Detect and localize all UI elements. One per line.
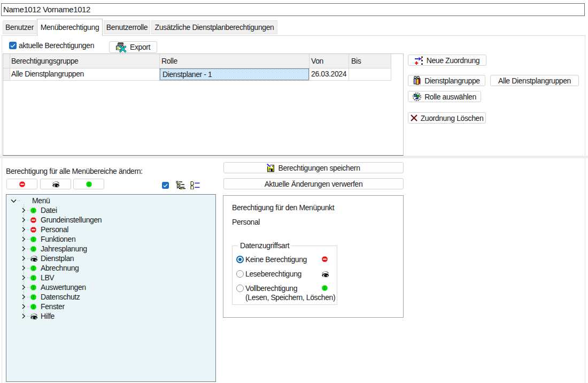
chevron-right-icon[interactable] xyxy=(21,236,26,242)
tab-benutzerrolle[interactable]: Benutzerrolle xyxy=(104,20,150,34)
column-header-rolle[interactable]: Rolle xyxy=(161,54,177,68)
tree-item-datenschutz[interactable]: Datenschutz xyxy=(6,292,215,302)
menu-permission-tree[interactable]: Menü Datei Grundeinstellungen Personal F… xyxy=(6,194,216,382)
radio-label-keine-berechtigung: Keine Berechtigung xyxy=(245,256,307,263)
row-header-cell[interactable] xyxy=(3,68,10,80)
tab-zusaetzliche-dienstplanberechtigungen[interactable]: Zusätzliche Dienstplanberechtigungen xyxy=(151,20,277,34)
export-button-label: Export xyxy=(130,43,150,51)
gridline-horizontal xyxy=(3,80,391,81)
save-icon xyxy=(267,164,275,172)
tree-item-grundeinstellungen[interactable]: Grundeinstellungen xyxy=(6,215,215,225)
chevron-right-icon[interactable] xyxy=(21,275,26,280)
radio-keine-berechtigung[interactable] xyxy=(236,256,244,263)
dienstplangruppe-button[interactable]: Dienstplangruppe xyxy=(408,75,485,86)
gridline-vertical xyxy=(10,54,10,80)
role-select-icon xyxy=(413,93,421,101)
radio-leseberechtigung[interactable] xyxy=(236,270,244,278)
zuordnung-loeschen-label: Zuordnung Löschen xyxy=(421,114,484,122)
tree-view-icon[interactable] xyxy=(176,181,186,189)
set-all-no-permission-button[interactable] xyxy=(6,179,37,189)
permission-icon xyxy=(30,256,37,262)
tree-item-fenster[interactable]: Fenster xyxy=(6,302,215,311)
radio-label-vollberechtigung: Vollberechtigung xyxy=(245,285,297,292)
column-header-bis[interactable]: Bis xyxy=(351,54,361,68)
list-view-icon[interactable] xyxy=(190,181,200,189)
tree-item-jahresplanung[interactable]: Jahresplanung xyxy=(6,244,215,254)
column-header-berechtigungsgruppe[interactable]: Berechtigungsgruppe xyxy=(11,54,79,68)
tree-item-label: Hilfe xyxy=(41,311,55,321)
gridline-vertical xyxy=(391,54,391,80)
groupbox-legend: Datenzugriffsart xyxy=(238,241,291,250)
tree-root-menu[interactable]: Menü xyxy=(6,196,215,205)
chevron-down-icon[interactable] xyxy=(11,198,17,204)
tree-item-dienstplan[interactable]: Dienstplan xyxy=(6,254,215,263)
radio-vollberechtigung[interactable] xyxy=(236,285,244,292)
tree-item-lbv[interactable]: LBV xyxy=(6,273,215,282)
zuordnung-loeschen-button[interactable]: Zuordnung Löschen xyxy=(408,112,486,124)
chevron-right-icon[interactable] xyxy=(21,217,26,223)
permission-icon xyxy=(30,313,37,319)
set-all-full-permission-button[interactable] xyxy=(73,179,104,189)
read-permission-icon xyxy=(322,271,329,277)
tree-item-label: Datei xyxy=(41,205,57,215)
chevron-right-icon[interactable] xyxy=(21,313,26,319)
chevron-right-icon[interactable] xyxy=(21,285,26,290)
cell-von[interactable]: 26.03.2024 xyxy=(311,68,346,80)
save-permissions-button[interactable]: Berechtigungen speichern xyxy=(223,162,404,173)
dienstplangruppe-label: Dienstplangruppe xyxy=(424,76,479,85)
alle-dienstplangruppen-button[interactable]: Alle Dienstplangruppen xyxy=(490,75,579,86)
tree-item-hilfe[interactable]: Hilfe xyxy=(6,311,215,321)
rolle-auswaehlen-label: Rolle auswählen xyxy=(424,93,476,101)
tree-item-label: Dienstplan xyxy=(41,254,74,263)
detail-title: Berechtigung für den Menüpunkt xyxy=(232,204,334,211)
checkmark-icon xyxy=(163,183,168,188)
rolle-auswaehlen-button[interactable]: Rolle auswählen xyxy=(408,91,481,102)
datenzugriffsart-groupbox: Datenzugriffsart Keine Berechtigung Lese… xyxy=(232,246,337,305)
permission-icon xyxy=(30,275,36,281)
set-all-read-permission-button[interactable] xyxy=(40,179,71,189)
tree-filter-checkbox[interactable] xyxy=(162,182,169,189)
aktuelle-berechtigungen-label: aktuelle Berechtigungen xyxy=(19,42,94,49)
tree-item-label: Auswertungen xyxy=(41,282,86,292)
chevron-right-icon[interactable] xyxy=(21,227,26,232)
neue-zuordnung-button[interactable]: Neue Zuordnung xyxy=(408,55,486,66)
chevron-right-icon[interactable] xyxy=(21,246,26,251)
group-icon xyxy=(413,76,421,85)
column-header-von[interactable]: Von xyxy=(311,54,323,68)
chevron-right-icon[interactable] xyxy=(21,265,26,271)
chevron-right-icon[interactable] xyxy=(21,208,26,213)
permission-icon xyxy=(30,208,36,213)
name-input[interactable]: Name1012 Vorname1012 xyxy=(1,3,585,16)
read-permission-icon xyxy=(52,181,59,187)
tree-item-label: Funktionen xyxy=(41,234,75,244)
chevron-right-icon[interactable] xyxy=(21,294,26,300)
tree-item-datei[interactable]: Datei xyxy=(6,205,215,215)
permission-icon xyxy=(30,285,36,290)
tree-item-funktionen[interactable]: Funktionen xyxy=(6,234,215,244)
no-permission-icon xyxy=(322,256,328,262)
checkmark-icon xyxy=(10,43,16,48)
aktuelle-berechtigungen-checkbox[interactable] xyxy=(9,42,17,49)
tab-benutzer[interactable]: Benutzer xyxy=(3,20,36,34)
full-permission-icon xyxy=(322,285,328,291)
tab-menueberechtigung[interactable]: Menüberechtigung xyxy=(37,19,103,36)
cell-rolle-selected[interactable]: Dienstplaner - 1 xyxy=(160,68,309,80)
tree-item-abrechnung[interactable]: Abrechnung xyxy=(6,263,215,273)
permission-icon xyxy=(30,304,36,310)
new-assignment-icon xyxy=(415,56,423,65)
export-button[interactable]: Export xyxy=(109,41,157,53)
radio-label-vollberechtigung-sub: (Lesen, Speichern, Löschen) xyxy=(245,294,335,301)
tree-item-auswertungen[interactable]: Auswertungen xyxy=(6,282,215,292)
gridline-vertical xyxy=(309,54,310,80)
discard-changes-button[interactable]: Aktuelle Änderungen verwerfen xyxy=(223,178,404,189)
splitter[interactable] xyxy=(0,156,588,158)
permission-icon xyxy=(30,236,36,242)
tree-item-label: LBV xyxy=(41,273,54,282)
tree-item-personal[interactable]: Personal xyxy=(6,225,215,234)
chevron-right-icon[interactable] xyxy=(21,304,26,309)
chevron-right-icon[interactable] xyxy=(21,256,26,261)
permission-icon xyxy=(30,246,36,252)
tree-item-label: Grundeinstellungen xyxy=(41,215,102,225)
save-button-label: Berechtigungen speichern xyxy=(278,164,360,172)
cell-berechtigungsgruppe[interactable]: Alle Dienstplangruppen xyxy=(11,68,84,80)
